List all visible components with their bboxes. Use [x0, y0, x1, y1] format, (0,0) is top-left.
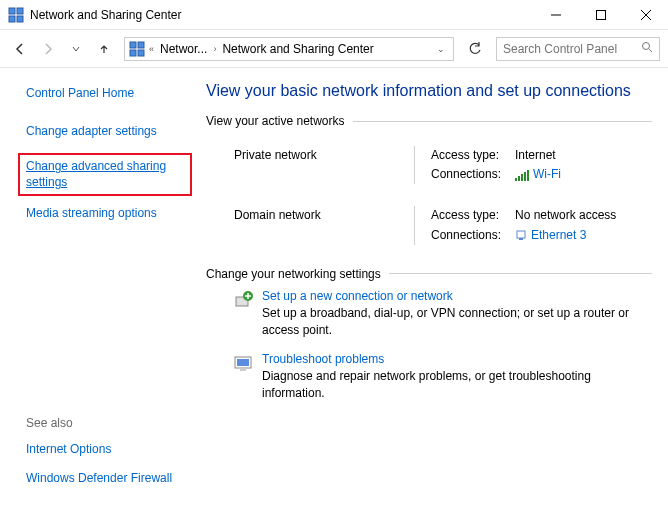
network-name: Private network: [234, 146, 414, 184]
task-desc: Diagnose and repair network problems, or…: [262, 368, 642, 402]
svg-rect-1: [17, 8, 23, 14]
sidebar-item-adapter-settings[interactable]: Change adapter settings: [26, 124, 188, 140]
task-desc: Set up a broadband, dial-up, or VPN conn…: [262, 305, 642, 339]
see-also-firewall[interactable]: Windows Defender Firewall: [26, 471, 188, 487]
network-info: Access type:Internet Connections:Wi-Fi: [414, 146, 652, 184]
svg-rect-8: [130, 42, 136, 48]
active-networks-legend: View your active networks: [206, 114, 353, 128]
control-panel-home-link[interactable]: Control Panel Home: [26, 86, 188, 102]
connection-link-ethernet[interactable]: Ethernet 3: [531, 228, 586, 242]
svg-rect-3: [17, 16, 23, 22]
svg-rect-16: [521, 174, 523, 181]
svg-rect-10: [130, 50, 136, 56]
sidebar-item-media-streaming[interactable]: Media streaming options: [26, 206, 188, 222]
breadcrumb-seg-1[interactable]: Networ...: [156, 42, 211, 56]
breadcrumb-seg-2[interactable]: Network and Sharing Center: [218, 42, 377, 56]
svg-rect-11: [138, 50, 144, 56]
see-also-section: See also Internet Options Windows Defend…: [26, 416, 188, 501]
connection-link-wifi[interactable]: Wi-Fi: [533, 167, 561, 181]
connections-label: Connections:: [431, 226, 515, 245]
task-link-troubleshoot[interactable]: Troubleshoot problems: [262, 352, 384, 366]
navbar: « Networ... › Network and Sharing Center…: [0, 30, 668, 68]
access-type-value: No network access: [515, 206, 616, 225]
minimize-button[interactable]: [533, 0, 578, 30]
network-name: Domain network: [234, 206, 414, 244]
svg-rect-26: [237, 359, 249, 366]
access-type-value: Internet: [515, 146, 556, 165]
task-troubleshoot: Troubleshoot problems Diagnose and repai…: [206, 344, 652, 408]
app-icon: [8, 7, 24, 23]
chevron-right-icon: ›: [211, 44, 218, 54]
task-link-setup[interactable]: Set up a new connection or network: [262, 289, 453, 303]
wifi-signal-icon: [515, 170, 529, 181]
see-also-internet-options[interactable]: Internet Options: [26, 442, 188, 458]
highlighted-sidebar-item: Change advanced sharing settings: [18, 153, 192, 196]
forward-button[interactable]: [36, 37, 60, 61]
address-bar[interactable]: « Networ... › Network and Sharing Center…: [124, 37, 454, 61]
search-input[interactable]: [503, 42, 637, 56]
svg-line-13: [649, 49, 652, 52]
search-box[interactable]: [496, 37, 660, 61]
main-panel: View your basic network information and …: [200, 68, 668, 513]
back-button[interactable]: [8, 37, 32, 61]
close-button[interactable]: [623, 0, 668, 30]
svg-rect-0: [9, 8, 15, 14]
svg-rect-18: [527, 170, 529, 181]
content-area: Control Panel Home Change adapter settin…: [0, 68, 668, 513]
access-type-label: Access type:: [431, 206, 515, 225]
svg-rect-2: [9, 16, 15, 22]
svg-rect-9: [138, 42, 144, 48]
svg-rect-19: [517, 231, 525, 238]
svg-rect-5: [596, 10, 605, 19]
svg-rect-15: [518, 176, 520, 181]
svg-point-12: [643, 43, 650, 50]
setup-connection-icon: [234, 289, 262, 314]
window-title: Network and Sharing Center: [30, 8, 181, 22]
up-button[interactable]: [92, 37, 116, 61]
sidebar: Control Panel Home Change adapter settin…: [0, 68, 200, 513]
change-settings-legend: Change your networking settings: [206, 267, 389, 281]
svg-rect-27: [240, 368, 246, 371]
chevron-left-icon: «: [147, 44, 156, 54]
page-heading: View your basic network information and …: [206, 82, 652, 100]
maximize-button[interactable]: [578, 0, 623, 30]
svg-rect-17: [524, 172, 526, 181]
sidebar-item-advanced-sharing[interactable]: Change advanced sharing settings: [26, 159, 184, 190]
recent-dropdown-button[interactable]: [64, 37, 88, 61]
svg-rect-20: [519, 238, 523, 240]
access-type-label: Access type:: [431, 146, 515, 165]
connections-label: Connections:: [431, 165, 515, 184]
refresh-button[interactable]: [462, 37, 488, 61]
network-row-private: Private network Access type:Internet Con…: [206, 128, 652, 188]
address-dropdown-icon[interactable]: ⌄: [431, 44, 451, 54]
network-info: Access type:No network access Connection…: [414, 206, 652, 244]
search-icon[interactable]: [641, 41, 653, 56]
location-icon: [129, 41, 145, 57]
troubleshoot-icon: [234, 352, 262, 377]
see-also-label: See also: [26, 416, 188, 430]
titlebar: Network and Sharing Center: [0, 0, 668, 30]
svg-rect-14: [515, 178, 517, 181]
change-settings-group: Change your networking settings Set up a…: [206, 267, 652, 408]
network-row-domain: Domain network Access type:No network ac…: [206, 188, 652, 248]
active-networks-group: View your active networks Private networ…: [206, 114, 652, 249]
task-setup-connection: Set up a new connection or network Set u…: [206, 281, 652, 345]
ethernet-icon: [515, 229, 527, 241]
